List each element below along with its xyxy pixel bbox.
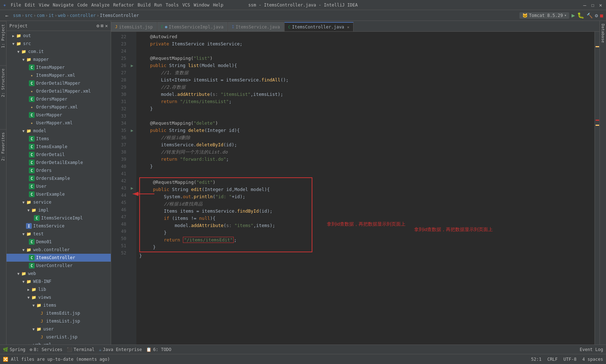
sidebar-item-impl[interactable]: ▼ 📁 impl (6, 206, 111, 214)
sidebar-item-orderdetailexample[interactable]: C OrderDetailExample (6, 159, 111, 167)
menu-file[interactable]: File (11, 3, 21, 8)
maximize-button[interactable]: ☐ (590, 3, 595, 8)
sidebar-item-itemsmapper-xml[interactable]: ✦ ItemsMapper.xml (6, 71, 111, 79)
sidebar-item-lib[interactable]: ▶ 📁 lib (6, 285, 111, 293)
sidebar-item-itemsexample[interactable]: C ItemsExample (6, 143, 111, 151)
sidebar-item-orderdetailmapper-xml[interactable]: ✦ OrderDetailMapper.xml (6, 87, 111, 95)
tab-itemslist[interactable]: J itemsList.jsp (111, 22, 157, 31)
menu-analyze[interactable]: Analyze (91, 3, 110, 8)
sidebar-tree[interactable]: ▶ 📁 out ▼ 📁 src ▼ 📁 com.it ▼ (6, 31, 111, 345)
panel-structure[interactable]: 2: Structure (0, 65, 6, 100)
editor-tabs[interactable]: J itemsList.jsp C ● ItemsServiceImpl.jav… (111, 21, 600, 32)
tab-itemsserviceimpl[interactable]: C ● ItemsServiceImpl.java (157, 22, 228, 31)
sidebar-item-userexample[interactable]: C UserExample (6, 190, 111, 198)
sidebar-item-test[interactable]: ▼ 📁 test (6, 230, 111, 238)
debug-button[interactable]: 🐛 (577, 12, 584, 19)
window-controls[interactable]: — ☐ ✕ (582, 3, 603, 8)
close-button[interactable]: ✕ (598, 3, 603, 8)
sidebar-item-usermapper-xml[interactable]: ✦ UserMapper.xml (6, 119, 111, 127)
sidebar-item-ordersexample[interactable]: C OrdersExample (6, 174, 111, 182)
minimize-button[interactable]: — (582, 3, 587, 8)
sidebar-item-demo01[interactable]: C Demo01 (6, 238, 111, 246)
sidebar-item-usermapper[interactable]: C UserMapper (6, 111, 111, 119)
sidebar-item-service[interactable]: ▼ 📁 service (6, 198, 111, 206)
sidebar-item-items-folder[interactable]: ▼ 📁 items (6, 301, 111, 309)
sidebar-item-user[interactable]: C User (6, 182, 111, 190)
sidebar-item-webinf[interactable]: ▼ 📁 WEB-INF (6, 278, 111, 285)
spring-tool[interactable]: 🌿 Spring (3, 347, 25, 352)
menu-window[interactable]: Window (194, 3, 209, 8)
gutter-run-icon[interactable]: ▶ (129, 62, 135, 69)
build-button[interactable]: 🔨 (587, 13, 593, 18)
breadcrumb-web[interactable]: web (58, 13, 66, 18)
event-log-tool[interactable]: Event Log (580, 347, 603, 352)
breadcrumb-com[interactable]: com (37, 13, 45, 18)
sidebar-item-usercontroller[interactable]: C UserController (6, 262, 111, 270)
menu-bar[interactable]: File Edit View Navigate Code Analyze Ref… (11, 3, 224, 8)
breadcrumb-it[interactable]: it (49, 13, 54, 18)
sidebar-item-web-controller[interactable]: ▼ 📁 web.controller (6, 246, 111, 254)
sidebar-item-itemsedit-jsp[interactable]: J itemsEdit.jsp (6, 309, 111, 317)
services-tool[interactable]: ⚙ 8: Services (30, 347, 62, 352)
sidebar-item-ordersmapper[interactable]: C OrdersMapper (6, 95, 111, 103)
sidebar-item-mapper[interactable]: ▼ 📁 mapper (6, 56, 111, 63)
sidebar-item-itemsserviceimpl[interactable]: C ItemsServiceImpl (6, 214, 111, 222)
sidebar-item-orderdetail[interactable]: C OrderDetail (6, 151, 111, 159)
breadcrumb-controller[interactable]: controller (70, 13, 96, 18)
line-numbers: 22 23 24 25 26 27 28 29 30 31 32 33 34 3… (111, 32, 129, 345)
breadcrumb-src[interactable]: src (25, 13, 33, 18)
gutter-run-icon[interactable]: ▶ (129, 185, 135, 192)
tab-itemscontroller[interactable]: C ItemsController.java ✕ (284, 22, 354, 31)
run-button[interactable]: ▶ (571, 12, 575, 19)
breadcrumb-itemscontroller[interactable]: ItemsController (100, 13, 139, 18)
gutter-slot (129, 105, 135, 112)
todo-tool[interactable]: 📋 6: TODO (146, 347, 171, 352)
sidebar-item-items[interactable]: C Items (6, 135, 111, 143)
sidebar-item-userlist-jsp[interactable]: J userList.jsp (6, 333, 111, 341)
run-config[interactable]: 🐱 Tomcat 8.5.29 ▾ (519, 12, 570, 19)
sidebar-item-orderdetailmapper[interactable]: C OrderDetailMapper (6, 79, 111, 87)
menu-help[interactable]: Help (213, 3, 223, 8)
breadcrumb-ssm[interactable]: ssm (13, 13, 21, 18)
sidebar-close-icon[interactable]: ✕ (105, 23, 108, 28)
menu-build[interactable]: Build (137, 3, 150, 8)
sidebar-item-model[interactable]: ▼ 📁 model (6, 127, 111, 135)
menu-vcs[interactable]: VCS (182, 3, 190, 8)
sidebar-item-itemscontroller[interactable]: C ItemsController (6, 254, 111, 262)
sidebar-item-ordersmapper-xml[interactable]: ✦ OrdersMapper.xml (6, 103, 111, 111)
sidebar-expand-icon[interactable]: ⊞ (101, 23, 104, 28)
stop-button[interactable]: ■ (600, 13, 603, 18)
right-scrollbar[interactable] (594, 32, 600, 345)
sidebar-item-com-it[interactable]: ▼ 📁 com.it (6, 48, 111, 56)
menu-refactor[interactable]: Refactor (113, 3, 134, 8)
tab-itemsservice[interactable]: I ItemsService.java (228, 22, 284, 31)
menu-navigate[interactable]: Navigate (53, 3, 74, 8)
menu-edit[interactable]: Edit (25, 3, 35, 8)
settings-icon[interactable]: ⚙ (595, 13, 598, 18)
panel-project[interactable]: 1: Project (0, 21, 6, 51)
sidebar-item-web[interactable]: ▼ 📁 web (6, 270, 111, 278)
menu-tools[interactable]: Tools (166, 3, 179, 8)
sidebar-item-itemsmapper[interactable]: C ItemsMapper (6, 63, 111, 71)
sidebar-item-orders[interactable]: C Orders (6, 167, 111, 174)
menu-view[interactable]: View (39, 3, 49, 8)
back-icon[interactable]: ← (3, 13, 11, 18)
terminal-tool[interactable]: ⬛ Terminal (67, 347, 95, 352)
sidebar-icons[interactable]: ⚙ ⊞ ✕ (97, 23, 108, 28)
sidebar-item-user-folder[interactable]: ▼ 📁 user (6, 325, 111, 333)
java-enterprise-tool[interactable]: ☕ Java Enterprise (99, 347, 142, 352)
sidebar-config-icon[interactable]: ⚙ (97, 23, 100, 28)
gutter-run-icon[interactable]: ▶ (129, 127, 135, 134)
sidebar-item-views[interactable]: ▼ 📁 views (6, 293, 111, 301)
sidebar-item-itemsservice[interactable]: I ItemsService (6, 222, 111, 230)
sidebar-item-web-xml[interactable]: ✦ web.xml (6, 341, 111, 345)
code-editor[interactable]: @Autowired private ItemsService itemsSer… (136, 32, 600, 345)
tab-close-icon[interactable]: ✕ (347, 25, 350, 30)
menu-run[interactable]: Run (154, 3, 162, 8)
menu-code[interactable]: Code (77, 3, 88, 8)
sidebar-item-out[interactable]: ▶ 📁 out (6, 32, 111, 40)
sidebar-item-src[interactable]: ▼ 📁 src (6, 40, 111, 48)
sidebar-item-itemslist-jsp[interactable]: J itemsList.jsp (6, 317, 111, 325)
panel-database[interactable]: Database (600, 21, 606, 46)
panel-favorites[interactable]: 2: Favorites (0, 129, 6, 164)
